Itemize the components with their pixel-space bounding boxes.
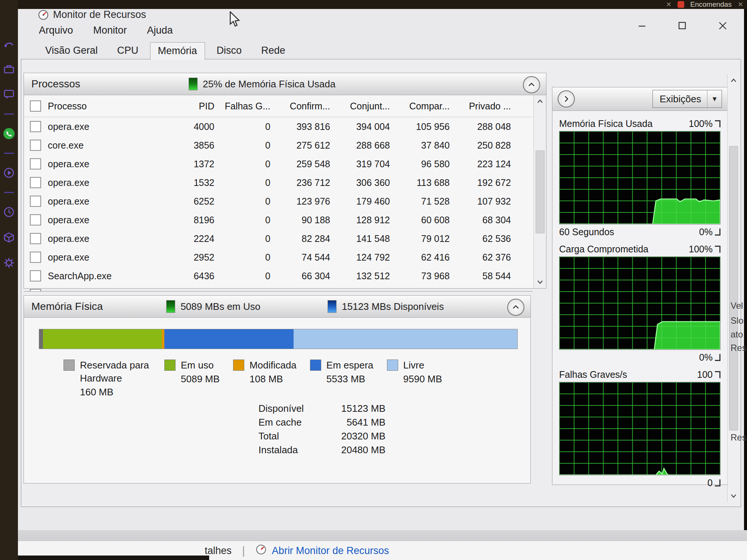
process-checkbox[interactable] [30, 252, 41, 263]
process-falhas: 0 [221, 140, 277, 151]
edge-text-fragment: Res [731, 343, 747, 353]
legend-value: 108 MB [249, 373, 297, 385]
process-compar: 73 968 [397, 271, 456, 281]
legend-item: Reservada para Hardware 160 MB [63, 359, 151, 398]
process-pid: 4000 [169, 121, 221, 132]
tab-visao-geral[interactable]: Visão Geral [37, 42, 106, 59]
process-checkbox[interactable] [30, 121, 41, 132]
process-row[interactable]: opera.exe 2224 0 82 284 141 548 79 012 6… [24, 229, 533, 248]
menu-ajuda[interactable]: Ajuda [146, 24, 174, 37]
process-row[interactable]: opera.exe 2952 0 74 544 124 792 62 416 6… [24, 248, 533, 267]
whatsapp-icon[interactable] [3, 127, 15, 140]
process-checkbox[interactable] [30, 177, 41, 188]
col-privado[interactable]: Privado ... [456, 101, 518, 112]
menu-arquivo[interactable]: Arquivo [37, 24, 75, 37]
tab-cpu[interactable]: CPU [109, 42, 146, 59]
titlebar[interactable]: Monitor de Recursos [18, 9, 744, 22]
legend-value: 9590 MB [403, 373, 442, 385]
edge-text-fragment: ato [731, 329, 743, 340]
views-dropdown-button[interactable]: Exibições ▼ [653, 90, 722, 108]
process-checkbox[interactable] [30, 158, 41, 169]
stat-label: Total [258, 430, 322, 442]
play-circle-icon[interactable] [3, 167, 15, 179]
tab-close-icon[interactable]: ✕ [738, 1, 743, 8]
scrollbar-thumb[interactable] [536, 150, 545, 233]
tab-memoria[interactable]: Memória [150, 42, 205, 60]
process-row[interactable]: opera.exe 1084 0 64 064 115 288 62 556 5… [24, 285, 533, 292]
process-row[interactable]: opera.exe 8196 0 90 188 128 912 60 608 6… [24, 211, 533, 229]
clock-icon[interactable] [3, 206, 15, 218]
graph2-min-label: 0% [699, 352, 713, 363]
collapse-processes-button[interactable] [523, 76, 540, 93]
scrollbar-thumb[interactable] [729, 146, 738, 430]
scroll-down-icon[interactable] [535, 277, 545, 287]
process-table-scrollbar[interactable] [533, 95, 546, 288]
col-processo[interactable]: Processo [46, 101, 169, 112]
close-button[interactable] [716, 20, 729, 31]
collapse-memory-button[interactable] [507, 299, 524, 316]
process-table-header[interactable]: Processo PID Falhas G... Confirm... Conj… [24, 95, 533, 117]
process-row[interactable]: SearchApp.exe 6436 0 66 304 132 512 73 9… [24, 267, 533, 285]
expand-panel-button[interactable] [558, 90, 575, 108]
graph-falhas-graves [559, 382, 720, 475]
process-checkbox[interactable] [30, 233, 41, 244]
process-row[interactable]: opera.exe 4000 0 393 816 394 004 105 956… [24, 117, 533, 136]
process-pid: 6252 [169, 196, 221, 207]
scroll-up-icon[interactable] [535, 97, 545, 106]
process-checkbox[interactable] [30, 214, 41, 225]
process-privado: 62 376 [456, 252, 518, 263]
col-conjunt[interactable]: Conjunt... [337, 101, 397, 112]
maximize-button[interactable] [676, 20, 689, 31]
process-row[interactable]: core.exe 3856 0 275 612 288 668 37 840 2… [24, 136, 533, 155]
physical-memory-header[interactable]: Memória Física 5089 MBs em Uso 15123 MBs… [24, 296, 530, 318]
tab-close-icon[interactable]: ✕ [666, 1, 672, 8]
col-confirm[interactable]: Confirm... [277, 101, 337, 112]
process-privado: 51 652 [456, 289, 518, 292]
process-checkbox[interactable] [30, 140, 41, 151]
process-checkbox[interactable] [30, 270, 41, 281]
partial-text: talhes [205, 545, 232, 557]
process-conjunt: 141 548 [337, 233, 397, 244]
process-checkbox[interactable] [30, 289, 41, 292]
process-privado: 107 932 [456, 196, 518, 207]
briefcase-icon[interactable] [3, 63, 15, 75]
process-pid: 6436 [169, 271, 221, 281]
process-row[interactable]: opera.exe 1532 0 236 712 306 360 113 688… [24, 173, 533, 192]
process-row-partial[interactable]: opera.exe 1084 0 64 064 115 288 62 556 5… [24, 285, 533, 292]
process-pid: 1084 [169, 289, 221, 292]
tab-disco[interactable]: Disco [209, 42, 250, 59]
process-compar: 37 840 [397, 140, 456, 151]
browser-tab-label[interactable]: Encomendas [690, 0, 732, 9]
processes-panel-title: Processos [31, 78, 80, 90]
legend-value: 160 MB [80, 386, 151, 398]
chat-icon[interactable] [3, 88, 15, 101]
open-resource-monitor-link[interactable]: Abrir Monitor de Recursos [272, 545, 389, 557]
scroll-up-icon[interactable] [729, 76, 738, 85]
cube-icon[interactable] [3, 231, 15, 244]
process-row[interactable]: opera.exe 6252 0 123 976 179 460 71 528 … [24, 192, 533, 211]
process-row[interactable]: opera.exe 1372 0 259 548 319 704 96 580 … [24, 155, 533, 173]
col-pid[interactable]: PID [169, 101, 221, 112]
minimize-button[interactable] [636, 20, 648, 31]
gear-icon[interactable] [3, 256, 15, 269]
legend-swatch [233, 360, 244, 371]
tab-rede[interactable]: Rede [253, 42, 293, 59]
process-privado: 192 672 [456, 177, 518, 188]
process-rows: opera.exe 4000 0 393 816 394 004 105 956… [24, 117, 533, 285]
select-all-checkbox[interactable] [30, 100, 41, 112]
stat-label: Disponível [258, 403, 322, 414]
legend-swatch [164, 360, 176, 371]
process-checkbox[interactable] [30, 196, 41, 207]
menu-monitor[interactable]: Monitor [92, 24, 128, 37]
process-conjunt: 115 288 [337, 289, 397, 292]
edge-text-fragment: Slo [731, 315, 744, 326]
phone-icon[interactable] [3, 37, 15, 50]
col-falhas[interactable]: Falhas G... [221, 101, 277, 112]
bar-segment [164, 329, 294, 349]
graph-carga-comprometida [559, 256, 720, 350]
process-confirm: 236 712 [277, 177, 337, 188]
scroll-down-icon[interactable] [729, 491, 738, 501]
legend-item: Em uso 5089 MB [164, 359, 220, 385]
col-compar[interactable]: Compar... [397, 101, 456, 112]
processes-panel-header[interactable]: Processos 25% de Memória Física Usada [24, 73, 546, 95]
